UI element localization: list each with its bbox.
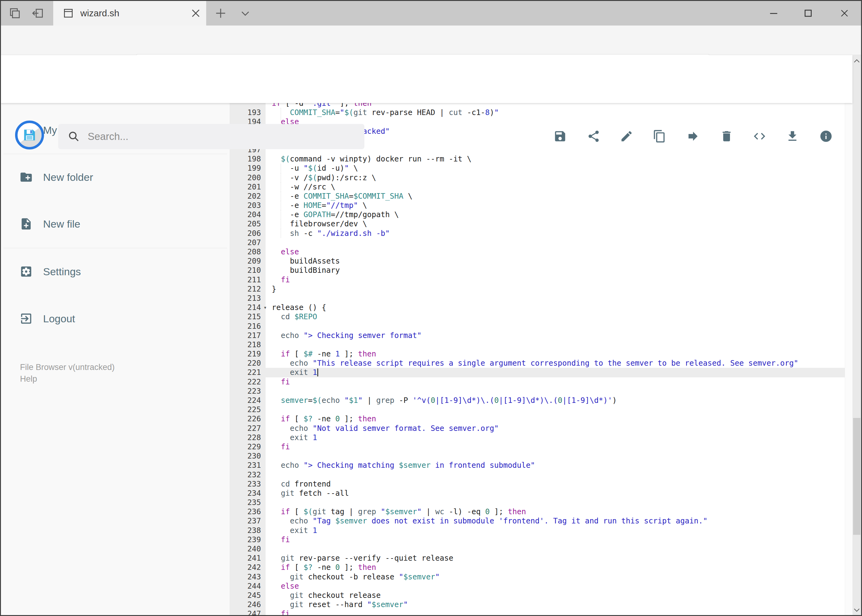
page-icon (63, 7, 74, 19)
line-number: 242 (230, 563, 266, 572)
code-line[interactable]: 216 (230, 322, 853, 331)
code-line[interactable]: 230 (230, 451, 853, 461)
code-line[interactable]: 236 if [ $(git tag | grep "$semver" | wc… (230, 507, 853, 516)
delete-button[interactable] (720, 129, 733, 143)
line-number: 235 (230, 498, 266, 507)
code-line[interactable]: 215 cd $REPO (230, 312, 853, 321)
code-line[interactable]: 224 semver=$(echo "$1" | grep -P '^v(0|[… (230, 396, 853, 405)
code-line[interactable]: 214▾release () { (230, 303, 853, 312)
browser-window: wizard.sh (0, 0, 862, 616)
line-number: 199 (230, 163, 266, 173)
code-line[interactable]: 213 (230, 294, 853, 303)
code-line[interactable]: 245 git checkout release (230, 591, 853, 600)
code-line[interactable]: 228 exit 1 (230, 433, 853, 442)
download-button[interactable] (786, 129, 799, 143)
move-button[interactable] (686, 129, 700, 143)
sidebar-item-logout[interactable]: Logout (1, 302, 230, 336)
tab-list-chevron-icon[interactable] (238, 6, 252, 20)
code-line[interactable]: 231 echo "> Checking matching $semver in… (230, 461, 853, 470)
code-line[interactable]: 240 (230, 544, 853, 553)
code-line[interactable]: 204 -e GOPATH=//tmp/gopath \ (230, 210, 853, 219)
code-line[interactable]: 219 if [ $# -ne 1 ]; then (230, 349, 853, 358)
code-line[interactable]: 212} (230, 284, 853, 294)
maximize-button[interactable] (799, 5, 817, 21)
set-tabs-aside-icon[interactable] (31, 6, 45, 20)
new-folder-icon (19, 170, 33, 184)
code-line[interactable]: 241 git rev-parse --verify --quiet relea… (230, 553, 853, 563)
code-line[interactable]: 233 cd frontend (230, 479, 853, 489)
code-line[interactable]: 243 git checkout -b release "$semver" (230, 572, 853, 581)
search-input[interactable] (87, 130, 350, 143)
code-line[interactable]: 217 echo "> Checking semver format" (230, 331, 853, 340)
filebrowser-logo[interactable] (15, 121, 44, 149)
code-line[interactable]: 211 fi (230, 275, 853, 284)
indent-guide (281, 210, 281, 219)
close-button[interactable] (835, 5, 854, 21)
code-line[interactable]: 237 echo "Tag $semver does not exist in … (230, 516, 853, 526)
line-number: 233 (230, 479, 266, 489)
code-line[interactable]: 218 (230, 340, 853, 349)
tab-title: wizard.sh (80, 8, 189, 19)
code-line[interactable]: 225 (230, 405, 853, 414)
code-line[interactable]: 206 sh -c "./wizard.sh -b" (230, 229, 853, 238)
code-line[interactable]: 227 echo "Not valid semver format. See s… (230, 424, 853, 433)
code-line[interactable]: 242 if [ $? -ne 0 ]; then (230, 563, 853, 572)
tab-close-icon[interactable] (189, 6, 202, 20)
code-line[interactable]: 223 (230, 387, 853, 396)
new-tab-icon[interactable] (214, 6, 227, 20)
browser-tab[interactable]: wizard.sh (53, 1, 206, 25)
line-number: 225 (230, 405, 266, 414)
sidebar-item-new-folder[interactable]: New folder (1, 160, 230, 194)
code-line[interactable]: 209 buildAssets (230, 256, 853, 266)
code-line[interactable]: 203 -e HOME="//tmp" \ (230, 201, 853, 210)
code-line[interactable]: 205 filebrowser/dev \ (230, 219, 853, 228)
code-line[interactable]: 221 exit 1 (230, 368, 853, 377)
code-line[interactable]: if [ -d ".git" ]; then (230, 103, 853, 108)
raw-code-button[interactable] (753, 129, 766, 143)
line-number: 212 (230, 284, 266, 294)
code-line[interactable]: 232 (230, 470, 853, 479)
code-line[interactable]: 229 fi (230, 442, 853, 451)
code-line[interactable]: 198 $(command -v winpty) docker run --rm… (230, 154, 853, 163)
code-line[interactable]: 226 if [ $? -ne 0 ]; then (230, 414, 853, 423)
code-line[interactable]: 247 fi (230, 609, 853, 616)
scrollbar-thumb[interactable] (853, 418, 860, 535)
scroll-down-icon[interactable] (853, 604, 861, 615)
code-line[interactable]: 222 fi (230, 377, 853, 387)
search-box[interactable] (58, 124, 364, 149)
tab-preview-icon[interactable] (8, 6, 21, 20)
line-number: 221 (230, 368, 266, 377)
code-line[interactable]: 202 -e COMMIT_SHA=$COMMIT_SHA \ (230, 192, 853, 201)
line-number: 236 (230, 507, 266, 516)
code-line[interactable]: 193 COMMIT_SHA="$(git rev-parse HEAD | c… (230, 108, 853, 117)
code-line[interactable]: 235 (230, 498, 853, 507)
save-button[interactable] (553, 129, 567, 143)
copy-button[interactable] (653, 129, 666, 143)
code-line[interactable]: 220 echo "This release script requires a… (230, 358, 853, 368)
code-line[interactable]: 210 buildBinary (230, 266, 853, 275)
code-line[interactable]: 201 -w //src \ (230, 182, 853, 192)
help-link[interactable]: Help (20, 373, 115, 385)
sidebar: My files New folder New file Settings Lo… (1, 103, 230, 616)
code-line[interactable]: 239 fi (230, 535, 853, 544)
code-line[interactable]: 199 -u "$(id -u)" \ (230, 163, 853, 173)
share-file-button[interactable] (587, 129, 600, 143)
page-scrollbar[interactable] (853, 55, 861, 616)
sidebar-item-settings[interactable]: Settings (1, 255, 230, 289)
code-line[interactable]: 244 else (230, 581, 853, 591)
info-button[interactable] (819, 129, 833, 143)
code-line[interactable]: 200 -v /$(pwd):/src:z \ (230, 173, 853, 182)
code-line[interactable]: 208 else (230, 247, 853, 256)
sidebar-item-label: Settings (43, 266, 81, 278)
code-line[interactable]: 246 git reset --hard "$semver" (230, 600, 853, 609)
minimize-button[interactable] (764, 5, 783, 21)
code-editor[interactable]: if [ -d ".git" ]; then193 COMMIT_SHA="$(… (230, 103, 853, 616)
indent-guide (281, 108, 281, 117)
code-line[interactable]: 207 (230, 238, 853, 247)
line-number: 211 (230, 275, 266, 284)
code-line[interactable]: 238 exit 1 (230, 526, 853, 535)
rename-button[interactable] (620, 129, 633, 143)
sidebar-item-new-file[interactable]: New file (1, 207, 230, 241)
code-line[interactable]: 234 git fetch --all (230, 489, 853, 498)
scroll-up-icon[interactable] (853, 56, 861, 67)
